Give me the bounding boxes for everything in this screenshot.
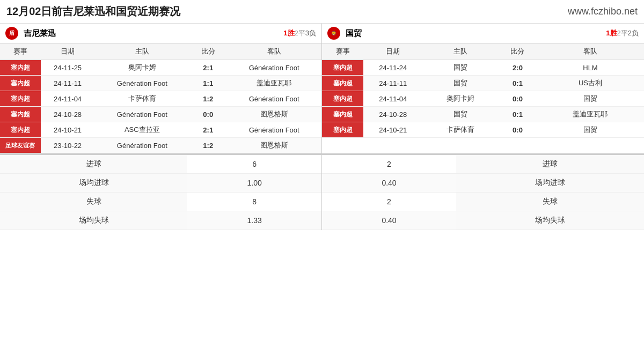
- left-date-cell: 24-10-21: [41, 122, 95, 138]
- team-left-name: 吉尼莱迅: [24, 28, 56, 39]
- left-col-league: 赛事: [0, 43, 41, 60]
- right-table-header-row: 赛事 日期 主队 比分 客队: [322, 43, 644, 60]
- right-matches-table: 赛事 日期 主队 比分 客队 塞内超 24-11-24 国贸 2:0 HLM 塞…: [322, 43, 644, 138]
- stats-left-panel: 进球 6 场均进球 1.00 失球 8 场均失球 1.33: [0, 155, 322, 230]
- right-date-cell: 24-10-28: [363, 107, 422, 122]
- stats-label-right: 场均失球: [456, 211, 644, 230]
- left-home-cell: Génération Foot: [95, 76, 190, 91]
- left-table-row: 塞内超 24-11-25 奥阿卡姆 2:1 Génération Foot: [0, 60, 321, 76]
- left-home-cell: 卡萨体育: [95, 91, 190, 107]
- right-score-cell: 2:0: [499, 60, 537, 76]
- left-col-home: 主队: [95, 43, 190, 60]
- stats-left-row: 失球 8: [0, 193, 321, 211]
- left-score-cell: 1:2: [189, 91, 226, 107]
- right-date-cell: 24-11-04: [363, 91, 422, 107]
- team-right-icon: 🦁: [327, 27, 340, 40]
- right-away-cell: 国贸: [537, 122, 644, 138]
- right-table-row: 塞内超 24-11-24 国贸 2:0 HLM: [322, 60, 644, 76]
- right-date-cell: 24-11-11: [363, 76, 422, 91]
- stats-right-row: 0.40 场均失球: [322, 211, 644, 230]
- stats-value-middle: 0.40: [322, 211, 456, 230]
- right-league-cell: 塞内超: [322, 91, 363, 107]
- right-league-cell: 塞内超: [322, 122, 363, 138]
- stats-value-middle: 2: [322, 155, 456, 174]
- right-table-row: 塞内超 24-11-04 奥阿卡姆 0:0 国贸: [322, 91, 644, 107]
- left-away-cell: Génération Foot: [226, 91, 321, 107]
- left-score-cell: 2:1: [189, 122, 226, 138]
- stats-label-left: 进球: [0, 155, 187, 174]
- stats-value-left: 1.00: [187, 174, 321, 193]
- left-date-cell: 24-11-11: [41, 76, 95, 91]
- team-left-record: 1胜2平3负: [283, 28, 316, 38]
- team-left-icon: 盾: [5, 27, 18, 40]
- team-right-record: 1胜2平2负: [606, 28, 639, 38]
- stats-right-row: 2 失球: [322, 193, 644, 211]
- right-home-cell: 国贸: [422, 60, 499, 76]
- stats-label-left: 场均进球: [0, 174, 187, 193]
- right-away-cell: US古利: [537, 76, 644, 91]
- right-date-cell: 24-11-24: [363, 60, 422, 76]
- stats-label-right: 失球: [456, 193, 644, 211]
- left-table-container: 赛事 日期 主队 比分 客队 塞内超 24-11-25 奥阿卡姆 2:1 Gén…: [0, 43, 322, 153]
- team-headers-row: 盾 吉尼莱迅 1胜2平3负 🦁 国贸 1胜2平2负: [0, 24, 644, 43]
- left-date-cell: 24-11-25: [41, 60, 95, 76]
- left-col-date: 日期: [41, 43, 95, 60]
- left-league-cell: 塞内超: [0, 107, 41, 122]
- team-left-header: 盾 吉尼莱迅 1胜2平3负: [0, 24, 322, 43]
- right-score-cell: 0:0: [499, 91, 537, 107]
- left-table-header-row: 赛事 日期 主队 比分 客队: [0, 43, 321, 60]
- right-league-cell: 塞内超: [322, 60, 363, 76]
- right-home-cell: 奥阿卡姆: [422, 91, 499, 107]
- stats-value-middle: 2: [322, 193, 456, 211]
- right-col-league: 赛事: [322, 43, 363, 60]
- right-table-row: 塞内超 24-10-21 卡萨体育 0:0 国贸: [322, 122, 644, 138]
- left-score-cell: 0:0: [189, 107, 226, 122]
- left-table-row: 足球友谊赛 23-10-22 Génération Foot 1:2 图恩格斯: [0, 138, 321, 153]
- team-right-header: 🦁 国贸 1胜2平2负: [322, 24, 644, 43]
- right-col-away: 客队: [537, 43, 644, 60]
- right-league-cell: 塞内超: [322, 107, 363, 122]
- left-league-cell: 塞内超: [0, 91, 41, 107]
- stats-label-right: 进球: [456, 155, 644, 174]
- page-header: 12月02日前吉尼莱迅和国贸近期赛况 www.fczhibo.net: [0, 0, 644, 24]
- stats-label-left: 失球: [0, 193, 187, 211]
- right-col-home: 主队: [422, 43, 499, 60]
- team-right-win: 1胜: [606, 29, 617, 37]
- left-league-cell: 塞内超: [0, 60, 41, 76]
- left-date-cell: 23-10-22: [41, 138, 95, 153]
- left-table-row: 塞内超 24-11-11 Génération Foot 1:1 盖迪亚瓦耶: [0, 76, 321, 91]
- left-score-cell: 2:1: [189, 60, 226, 76]
- left-league-cell: 塞内超: [0, 76, 41, 91]
- stats-left-row: 场均进球 1.00: [0, 174, 321, 193]
- right-col-date: 日期: [363, 43, 422, 60]
- team-right-name: 国贸: [346, 28, 362, 39]
- team-left-lose: 3负: [305, 29, 316, 37]
- team-left-draw: 2平: [295, 29, 305, 37]
- left-home-cell: 奥阿卡姆: [95, 60, 190, 76]
- left-score-cell: 1:2: [189, 138, 226, 153]
- stats-right-row: 2 进球: [322, 155, 644, 174]
- right-away-cell: 国贸: [537, 91, 644, 107]
- left-league-cell: 塞内超: [0, 122, 41, 138]
- left-table-row: 塞内超 24-10-28 Génération Foot 0:0 图恩格斯: [0, 107, 321, 122]
- stats-left-table: 进球 6 场均进球 1.00 失球 8 场均失球 1.33: [0, 155, 321, 230]
- team-right-draw: 2平: [617, 29, 628, 37]
- left-score-cell: 1:1: [189, 76, 226, 91]
- right-away-cell: HLM: [537, 60, 644, 76]
- right-table-row: 塞内超 24-11-11 国贸 0:1 US古利: [322, 76, 644, 91]
- left-away-cell: 盖迪亚瓦耶: [226, 76, 321, 91]
- stats-label-right: 场均进球: [456, 174, 644, 193]
- left-away-cell: 图恩格斯: [226, 138, 321, 153]
- stats-right-panel: 2 进球 0.40 场均进球 2 失球 0.40 场均失球: [322, 155, 644, 230]
- site-url: www.fczhibo.net: [568, 6, 638, 17]
- right-score-cell: 0:1: [499, 76, 537, 91]
- right-col-score: 比分: [499, 43, 537, 60]
- team-right-lose: 2负: [628, 29, 639, 37]
- left-date-cell: 24-11-04: [41, 91, 95, 107]
- stats-value-left: 1.33: [187, 211, 321, 230]
- right-home-cell: 国贸: [422, 107, 499, 122]
- left-date-cell: 24-10-28: [41, 107, 95, 122]
- stats-left-row: 场均失球 1.33: [0, 211, 321, 230]
- left-home-cell: Génération Foot: [95, 107, 190, 122]
- right-league-cell: 塞内超: [322, 76, 363, 91]
